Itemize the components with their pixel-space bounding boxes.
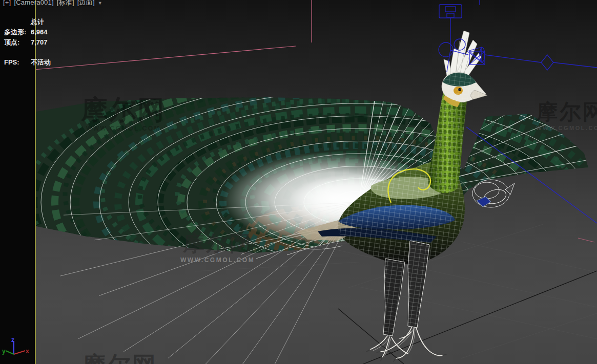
rig-circle-left [439,42,453,57]
axis-gizmo: z x y [2,335,31,361]
stats-fps-label: FPS: [4,57,31,68]
leg-left [383,259,405,336]
stats-vertices-label: 顶点: [4,37,31,48]
peacock-head [442,72,487,107]
rig-diamond [541,55,553,70]
leg-right [408,241,429,328]
tail-fan [28,0,597,364]
stats-polygons-label: 多边形: [4,27,31,37]
claw-tips [366,350,446,361]
viewport-menu-style[interactable]: [边面] [77,0,95,6]
rig-line-horizontal [485,55,541,62]
stats-vertices-value: 7,707 [31,37,48,48]
scene-svg[interactable] [0,0,597,364]
viewport-label: [+][Camera001][标准][边面]▼ [3,0,106,7]
statistics-overlay: 总计 多边形:6,964 顶点:7,707 FPS:不活动 [4,17,51,68]
chevron-down-icon[interactable]: ▼ [98,1,102,6]
viewport-3d[interactable]: 摩尔网 WWW.CGMOL.COM 摩尔网 WWW.CGMOL.COM 摩尔网 … [0,0,597,364]
stats-total-label: 总计 [31,17,51,27]
axis-y-label: y [2,348,6,355]
stats-fps-value: 不活动 [31,57,51,68]
rear-feather-clump [472,180,514,207]
viewport-menu-camera[interactable]: [Camera001] [14,0,53,6]
axis-z-label: z [11,336,14,344]
viewport-menu-shading[interactable]: [标准] [57,0,74,6]
axis-x-label: x [26,348,29,355]
viewport-menu-general[interactable]: [+] [3,0,11,6]
stats-polygons-value: 6,964 [31,27,48,37]
